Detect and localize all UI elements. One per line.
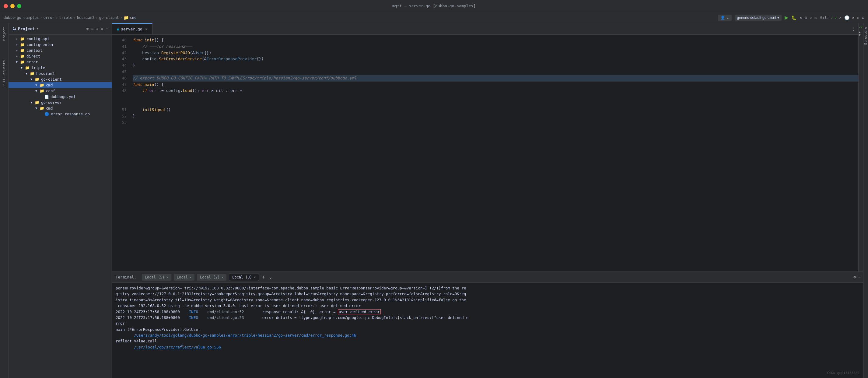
scroll-arrows: ▲ ▼	[859, 30, 860, 36]
settings-icon[interactable]: ⚙	[862, 15, 864, 20]
value-go-link[interactable]: /usr/local/go/src/reflect/value.go:556	[134, 345, 221, 349]
folder-icon: 📁	[39, 89, 44, 93]
code-line-47: ▶ func main() {	[133, 82, 858, 88]
go-file-icon: 🔵	[44, 112, 49, 116]
expand-icon[interactable]: ⇒	[96, 27, 99, 31]
terminal-tab-local[interactable]: Local ✕	[174, 274, 194, 281]
git-push-icon[interactable]: ↗	[839, 15, 841, 20]
code-content: func init() { // ———for hessian2——— hess…	[130, 35, 858, 272]
forward-icon[interactable]: ▷	[815, 15, 817, 20]
code-line-42: hessian.RegisterPOJO(&User{})	[133, 50, 858, 56]
debug-button[interactable]: 🐛	[791, 15, 797, 20]
folder-icon: 📁	[35, 100, 39, 105]
tree-item-context[interactable]: ▶ 📁 context	[8, 48, 112, 53]
tree-item-direct[interactable]: ▶ 📁 direct	[8, 53, 112, 59]
folder-icon: 📁	[20, 36, 25, 41]
tab-more-button[interactable]: ⋮	[848, 26, 858, 32]
pull-requests-side-tab[interactable]: Pull Requests	[1, 57, 7, 90]
code-editor: 40 41 42 43 44 45 46 47 48 49 50 51 52 5…	[112, 35, 858, 272]
tree-item-dubbogo-yml[interactable]: ▶ 📄 dubbogo.yml	[8, 94, 112, 99]
term-line-9: /Users/andy/tool/golang/dubbo-go-samples…	[116, 332, 860, 338]
run-button[interactable]: ▶	[785, 14, 788, 21]
tree-item-error-response[interactable]: ▶ 🔵 error_response.go	[8, 111, 112, 117]
breadcrumb-part-2[interactable]: error	[43, 15, 55, 20]
collapse-icon[interactable]: ⇐	[91, 27, 94, 31]
tree-item-error[interactable]: ▼ 📁 error	[8, 59, 112, 65]
project-icon: 🗂	[12, 27, 16, 31]
tab-close-local3[interactable]: ✕	[254, 276, 256, 279]
code-line-48: if err := config.Load(); err ≠ nil : err…	[133, 88, 858, 94]
breadcrumb: dubbo-go-samples › error › triple › hess…	[4, 15, 137, 20]
tab-server-go[interactable]: ◉ server.go ✕	[112, 23, 153, 34]
structure-tab[interactable]: Structure	[863, 23, 868, 49]
folder-icon: 📁	[20, 48, 25, 53]
undo-icon[interactable]: ↺	[852, 15, 854, 20]
file-tree: ▶ 📁 config-api ▶ 📁 configcenter ▶ 📁 cont…	[8, 35, 112, 378]
term-line-8: main.(*ErrorResponseProvider).GetUser	[116, 326, 860, 332]
term-line-11: /usr/local/go/src/reflect/value.go:556	[116, 344, 860, 350]
right-gutter: ✓2 ▲ ▼	[858, 23, 863, 272]
terminal-minimize-icon[interactable]: −	[858, 275, 861, 279]
editor-area: ◉ server.go ✕ ⋮ 40 41 42 43 44 45	[112, 23, 858, 272]
dropdown-arrow[interactable]: ▾	[36, 27, 39, 31]
tree-item-configcenter[interactable]: ▶ 📁 configcenter	[8, 42, 112, 48]
title-bar: mqtt – server.go [dubbo-go-samples]	[0, 0, 868, 12]
tree-item-config-api[interactable]: ▶ 📁 config-api	[8, 36, 112, 42]
yml-file-icon: 📄	[44, 95, 49, 99]
refresh-icon[interactable]: ↻	[800, 15, 802, 20]
folder-icon: 📁	[20, 60, 25, 64]
terminal-tab-local3[interactable]: Local (3) ✕	[229, 274, 259, 281]
terminal-tab-local5[interactable]: Local (5) ✕	[142, 274, 172, 281]
gear-icon[interactable]: ⚙	[101, 27, 103, 31]
project-side-tab[interactable]: Project	[1, 23, 7, 44]
tab-close-local[interactable]: ✕	[190, 276, 191, 279]
tree-item-cmd-server[interactable]: ▼ 📁 cmd	[8, 105, 112, 111]
term-line-5: 2022-10-24T23:17:56.188+0800 INFO cmd/cl…	[116, 309, 860, 315]
error-highlight: user defined error	[338, 309, 381, 314]
editor-container: ◉ server.go ✕ ⋮ 40 41 42 43 44 45	[112, 23, 863, 378]
maximize-button[interactable]	[17, 4, 21, 8]
branch-selector[interactable]: generic-default-go-client ▾	[735, 14, 782, 21]
folder-icon: 📁	[20, 54, 25, 58]
error-response-link[interactable]: /Users/andy/tool/golang/dubbo-go-samples…	[134, 333, 356, 338]
breadcrumb-current: 📁 cmd	[124, 15, 137, 20]
clock-icon[interactable]: 🕐	[844, 15, 849, 20]
code-line-45	[133, 69, 858, 75]
breadcrumb-part-5[interactable]: go-client	[99, 15, 119, 20]
code-line-40: func init() {	[133, 37, 858, 43]
terminal-actions: ⚙ −	[854, 275, 861, 279]
term-line-6: 2022-10-24T23:17:56.188+0800 INFO cmd/cl…	[116, 315, 860, 320]
minimize-button[interactable]	[10, 4, 14, 8]
tab-close-button[interactable]: ✕	[146, 27, 148, 31]
tab-close-local2[interactable]: ✕	[222, 276, 223, 279]
settings-run-icon[interactable]: ⚙	[805, 15, 807, 20]
terminal-settings-icon[interactable]: ⚙	[854, 275, 856, 279]
breadcrumb-part-3[interactable]: triple	[59, 15, 72, 20]
terminal-chevron[interactable]: ⌄	[267, 274, 274, 280]
tree-item-go-client[interactable]: ▼ 📁 go-client	[8, 76, 112, 82]
code-line-43: config.SetProviderService(&ErrorResponse…	[133, 56, 858, 62]
tree-item-cmd-selected[interactable]: ▼ 📁 cmd	[8, 82, 112, 88]
new-terminal-button[interactable]: +	[261, 275, 266, 280]
tab-close-local5[interactable]: ✕	[166, 276, 168, 279]
close-button[interactable]	[4, 4, 8, 8]
code-line-empty-2	[133, 100, 858, 107]
code-line-46: // export DUBBO_GO_CONFIG_PATH= PATH_TO_…	[133, 75, 858, 82]
terminal-content[interactable]: ponseProvider&group=&version= tri://:@19…	[112, 283, 863, 378]
tree-item-triple[interactable]: ▼ 📁 triple	[8, 65, 112, 71]
tree-item-hessian2[interactable]: ▼ 📁 hessian2	[8, 71, 112, 76]
tree-item-go-server[interactable]: ▼ 📁 go-server	[8, 99, 112, 105]
search-icon[interactable]: ⌕	[857, 15, 859, 20]
breadcrumb-part-4[interactable]: hessian2	[77, 15, 95, 20]
term-line-3: istry.timeout=3s&registry.ttl=10s&regist…	[116, 297, 860, 303]
tree-item-conf[interactable]: ▼ 📁 conf	[8, 88, 112, 94]
terminal-tab-local2[interactable]: Local (2) ✕	[197, 274, 226, 281]
breadcrumb-part-1[interactable]: dubbo-go-samples	[4, 15, 39, 20]
code-line-44: }	[133, 62, 858, 69]
sidebar-title: 🗂 Project ▾	[12, 27, 38, 31]
minimize-panel-icon[interactable]: −	[105, 27, 108, 31]
user-button[interactable]: 👤 ⌄	[718, 14, 732, 21]
code-line-53	[133, 119, 858, 126]
back-icon[interactable]: ◁	[810, 15, 812, 20]
locate-icon[interactable]: ⊕	[87, 27, 89, 31]
